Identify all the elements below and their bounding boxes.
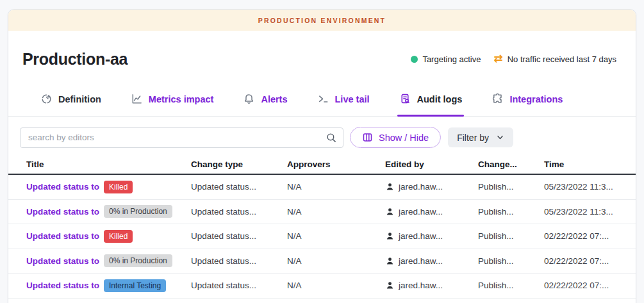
feature-gate-card: PRODUCTION ENVIRONMENT Production-aa Tar…: [8, 9, 636, 303]
green-dot-icon: [411, 56, 418, 63]
traffic-status-label: No traffic received last 7 days: [508, 54, 616, 64]
status-badge: Killed: [104, 230, 133, 243]
status-badge: Killed: [104, 181, 133, 193]
row-title-link[interactable]: Updated status to: [26, 281, 99, 290]
row-time: 05/23/2022 11:3...: [544, 182, 628, 192]
search-input[interactable]: [20, 127, 343, 148]
row-edited-by: jared.haw...: [399, 281, 443, 290]
tab-live-tail-label: Live tail: [335, 94, 370, 104]
tab-live-tail[interactable]: Live tail: [317, 87, 370, 116]
row-title-link[interactable]: Updated status to: [26, 182, 99, 192]
row-change-log: Publish...: [478, 207, 544, 217]
audit-log-icon: [399, 93, 411, 105]
row-title-link[interactable]: Updated status to: [26, 256, 99, 266]
banner-label: PRODUCTION ENVIRONMENT: [258, 17, 386, 24]
puzzle-icon: [491, 93, 504, 105]
tab-metrics-impact[interactable]: Metrics impact: [131, 87, 214, 116]
tab-alerts[interactable]: Alerts: [243, 87, 287, 116]
row-title-link[interactable]: Updated status to: [26, 231, 99, 241]
row-time: 02/22/2022 07:...: [544, 281, 628, 290]
column-header-title[interactable]: Title: [26, 160, 191, 169]
tab-integrations-label: Integrations: [509, 94, 563, 104]
person-icon: [385, 182, 395, 192]
row-approvers: N/A: [287, 207, 385, 217]
tab-audit-logs[interactable]: Audit logs: [399, 87, 463, 116]
tab-definition-label: Definition: [58, 94, 101, 104]
tab-bar: Definition Metrics impact Alerts Live ta…: [8, 87, 636, 117]
page-title: Production-aa: [22, 50, 128, 69]
row-time: 02/22/2022 07:...: [544, 256, 628, 266]
row-title-link[interactable]: Updated status to: [26, 207, 99, 217]
row-approvers: N/A: [287, 281, 385, 290]
chevron-down-icon: [496, 133, 504, 142]
table-row[interactable]: Updated status to 0% in Production Updat…: [8, 200, 636, 225]
table-row[interactable]: Updated status to Killed Updated status.…: [8, 224, 636, 249]
search-icon: [326, 132, 337, 143]
filter-by-label: Filter by: [457, 133, 489, 143]
row-approvers: N/A: [287, 231, 385, 241]
row-edited-by: jared.haw...: [399, 182, 443, 192]
tab-definition[interactable]: Definition: [40, 87, 101, 116]
columns-icon: [362, 132, 373, 143]
definition-target-icon: [40, 93, 53, 105]
person-icon: [385, 207, 395, 217]
row-change-log: Publish...: [478, 256, 544, 266]
header: Production-aa Targeting active ⇄ No traf…: [8, 31, 636, 87]
status-badge: 0% in Production: [104, 205, 172, 218]
row-change-type: Updated status...: [191, 231, 287, 241]
table-row[interactable]: Updated status to Killed Updated status.…: [8, 175, 636, 200]
line-chart-icon: [131, 93, 143, 105]
column-header-approvers[interactable]: Approvers: [287, 160, 385, 169]
row-approvers: N/A: [287, 182, 385, 192]
production-environment-banner: PRODUCTION ENVIRONMENT: [8, 10, 636, 31]
status-badge: 0% in Production: [104, 254, 172, 267]
row-change-log: Publish...: [478, 281, 544, 290]
table-row[interactable]: Updated status to Internal Testing Updat…: [8, 274, 636, 299]
column-header-edited-by[interactable]: Edited by: [385, 160, 478, 169]
search-box: [20, 127, 343, 148]
targeting-active-status: Targeting active: [411, 54, 481, 64]
traffic-status: ⇄ No traffic received last 7 days: [493, 54, 616, 65]
row-edited-by: jared.haw...: [399, 231, 443, 241]
row-change-log: Publish...: [478, 182, 544, 192]
row-edited-by: jared.haw...: [399, 256, 443, 266]
status-badge: Internal Testing: [104, 279, 166, 292]
row-time: 05/23/2022 11:3...: [544, 207, 628, 217]
tab-alerts-label: Alerts: [261, 94, 287, 104]
row-change-type: Updated status...: [191, 281, 287, 290]
row-change-type: Updated status...: [191, 182, 287, 192]
row-approvers: N/A: [287, 256, 385, 266]
tab-audit-logs-label: Audit logs: [417, 94, 463, 104]
tab-metrics-impact-label: Metrics impact: [149, 94, 214, 104]
bell-icon: [243, 93, 255, 105]
column-header-change-type[interactable]: Change type: [191, 160, 287, 169]
traffic-arrows-icon: ⇄: [493, 53, 502, 64]
row-change-type: Updated status...: [191, 207, 287, 217]
show-hide-button[interactable]: Show / Hide: [350, 127, 441, 148]
column-header-change-log[interactable]: Change...: [478, 160, 544, 169]
targeting-active-label: Targeting active: [422, 54, 481, 64]
audit-log-table: Title Change type Approvers Edited by Ch…: [8, 155, 636, 299]
person-icon: [385, 281, 395, 290]
row-time: 02/22/2022 07:...: [544, 231, 628, 241]
show-hide-label: Show / Hide: [379, 133, 429, 143]
person-icon: [385, 256, 395, 266]
filter-by-button[interactable]: Filter by: [448, 127, 513, 147]
table-header-row: Title Change type Approvers Edited by Ch…: [8, 155, 636, 175]
terminal-icon: [317, 93, 329, 105]
tab-integrations[interactable]: Integrations: [491, 87, 563, 116]
row-change-type: Updated status...: [191, 256, 287, 266]
status-group: Targeting active ⇄ No traffic received l…: [411, 54, 616, 65]
table-row[interactable]: Updated status to 0% in Production Updat…: [8, 249, 636, 274]
row-change-log: Publish...: [478, 231, 544, 241]
person-icon: [385, 231, 395, 241]
toolbar: Show / Hide Filter by: [8, 117, 636, 148]
column-header-time[interactable]: Time: [544, 160, 628, 169]
row-edited-by: jared.haw...: [399, 207, 443, 217]
